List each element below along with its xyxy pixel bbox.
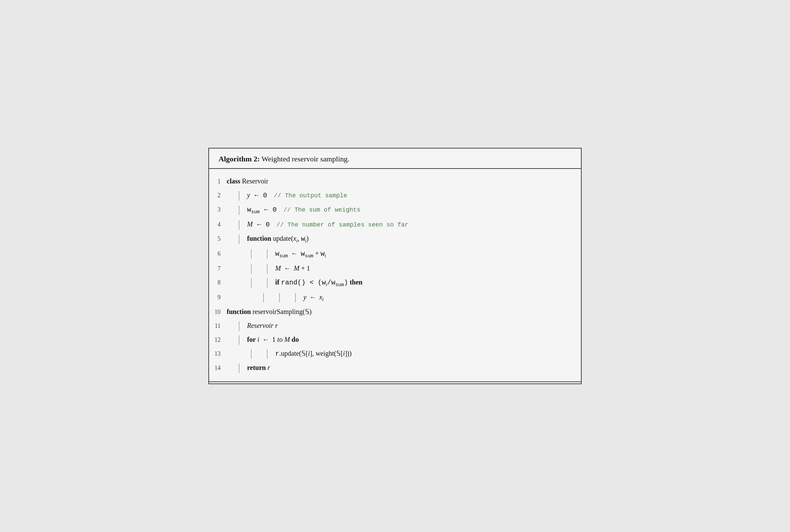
keyword-if: if xyxy=(275,278,279,286)
line-6: 6 wsum ← wsum + wi xyxy=(209,247,581,262)
func-reservoir: reservoirSampling(𝕊) xyxy=(253,308,312,315)
line-num-4: 4 xyxy=(209,219,227,230)
class-name: Reservoir xyxy=(242,177,269,185)
line-content-12: for i ← 1 to M do xyxy=(227,333,581,346)
line-14: 14 return r xyxy=(209,361,581,375)
cond-8: rand() < (wi/wsum) xyxy=(281,279,348,286)
line-content-2: y ← 0 // The output sample xyxy=(227,189,581,202)
func-name-update: update( xyxy=(273,235,293,242)
line-num-9: 9 xyxy=(209,292,227,303)
M-7b: M xyxy=(294,265,300,272)
param-wi: wi xyxy=(301,235,307,243)
y-9: y xyxy=(304,293,307,301)
arrow-2: ← xyxy=(253,191,262,199)
expr-6: wsum xyxy=(301,250,313,258)
line-content-5: function update(xi, wi) xyxy=(227,232,581,246)
keyword-do: do xyxy=(292,336,299,343)
keyword-return: return xyxy=(247,364,266,371)
xi-9: xi xyxy=(319,293,324,301)
vbar-7a xyxy=(251,264,252,273)
comma-5: , xyxy=(298,235,301,242)
line-content-4: M ← 0 // The number of samples seen so f… xyxy=(227,218,581,231)
val-2: 0 xyxy=(263,192,267,200)
vbar-3 xyxy=(239,206,239,215)
line-9: 9 y ← xi xyxy=(209,290,581,305)
var-M: M xyxy=(247,221,253,228)
algo-footer xyxy=(209,381,581,383)
vbar-8b xyxy=(267,278,268,287)
bracket-13b: ])) xyxy=(345,349,352,357)
line-8: 8 if rand() < (wi/wsum) then xyxy=(209,275,581,290)
wsum-6: wsum xyxy=(275,250,288,258)
keyword-then: then xyxy=(350,278,363,286)
r-update: r xyxy=(275,350,279,358)
keyword-function-5: function xyxy=(247,235,271,242)
close-paren-5: ) xyxy=(307,235,309,242)
comment-4: // The number of samples seen so far xyxy=(277,222,408,228)
arrow-6: ← xyxy=(291,250,299,257)
vbar-13b xyxy=(267,349,268,359)
line-num-8: 8 xyxy=(209,277,227,288)
algo-header: Algorithm 2: Weighted reservoir sampling… xyxy=(209,149,581,169)
line-num-5: 5 xyxy=(209,233,227,245)
keyword-for: for xyxy=(247,336,256,343)
vbar-8a xyxy=(251,278,252,287)
param-xi: xi xyxy=(293,235,298,242)
comment-2: // The output sample xyxy=(274,192,347,199)
line-num-12: 12 xyxy=(209,334,227,345)
line-num-13: 13 xyxy=(209,348,227,359)
vbar-9c xyxy=(295,293,296,302)
line-num-6: 6 xyxy=(209,248,227,260)
return-r: r xyxy=(268,364,270,371)
algo-title: Weighted reservoir sampling. xyxy=(262,155,350,163)
line-11: 11 Reservoir r xyxy=(209,319,581,332)
line-12: 12 for i ← 1 to M do xyxy=(209,332,581,346)
bracket-13a: ], weight(𝕊[ xyxy=(310,349,343,357)
line-content-8: if rand() < (wi/wsum) then xyxy=(227,276,581,289)
line-content-11: Reservoir r xyxy=(227,319,581,332)
reservoir-r: Reservoir r xyxy=(247,322,278,329)
line-num-11: 11 xyxy=(209,320,227,331)
vbar-5 xyxy=(239,235,239,244)
vbar-9b xyxy=(279,293,280,302)
dot-13: .update(𝕊[ xyxy=(279,349,308,357)
comment-3: // The sum of weights xyxy=(283,207,361,213)
M-12: M xyxy=(284,336,290,343)
line-num-1: 1 xyxy=(209,176,227,187)
arrow-9: ← xyxy=(310,293,318,301)
keyword-to: to xyxy=(277,336,283,343)
line-2: 2 y ← 0 // The output sample xyxy=(209,188,581,203)
wi-6: wi xyxy=(321,250,326,258)
vbar-9a xyxy=(263,293,264,302)
line-content-10: function reservoirSampling(𝕊) xyxy=(227,305,581,318)
algo-label: Algorithm 2: xyxy=(219,155,260,163)
line-content-14: return r xyxy=(227,361,581,374)
vbar-6b xyxy=(267,249,268,259)
val-3: 0 xyxy=(273,206,277,214)
line-num-10: 10 xyxy=(209,306,227,318)
arrow-3: ← xyxy=(263,206,271,213)
line-content-7: M ← M + 1 xyxy=(227,262,581,274)
vbar-6a xyxy=(251,249,252,259)
algo-body: 1 class Reservoir 2 y ← 0 // The output … xyxy=(209,169,581,381)
vbar-11 xyxy=(239,321,239,331)
line-7: 7 M ← M + 1 xyxy=(209,262,581,275)
line-num-7: 7 xyxy=(209,263,227,274)
arrow-12: ← xyxy=(262,336,271,343)
keyword-function-10: function xyxy=(227,308,251,315)
line-content-9: y ← xi xyxy=(227,291,581,304)
var-i-12: i xyxy=(258,336,260,343)
line-13: 13 r.update(𝕊[i], weight(𝕊[i])) xyxy=(209,346,581,361)
vbar-14 xyxy=(239,363,239,373)
vbar-2 xyxy=(239,191,239,201)
line-5: 5 function update(xi, wi) xyxy=(209,232,581,247)
line-10: 10 function reservoirSampling(𝕊) xyxy=(209,305,581,319)
vbar-4 xyxy=(239,221,239,230)
var-y: y xyxy=(247,191,250,199)
arrow-7: ← xyxy=(284,265,293,272)
keyword-class: class xyxy=(227,177,240,185)
line-content-3: wsum ← 0 // The sum of weights xyxy=(227,203,581,217)
algorithm-box: Algorithm 2: Weighted reservoir sampling… xyxy=(208,148,582,384)
var-wsum: wsum xyxy=(247,206,260,214)
val-4: 0 xyxy=(266,221,270,229)
